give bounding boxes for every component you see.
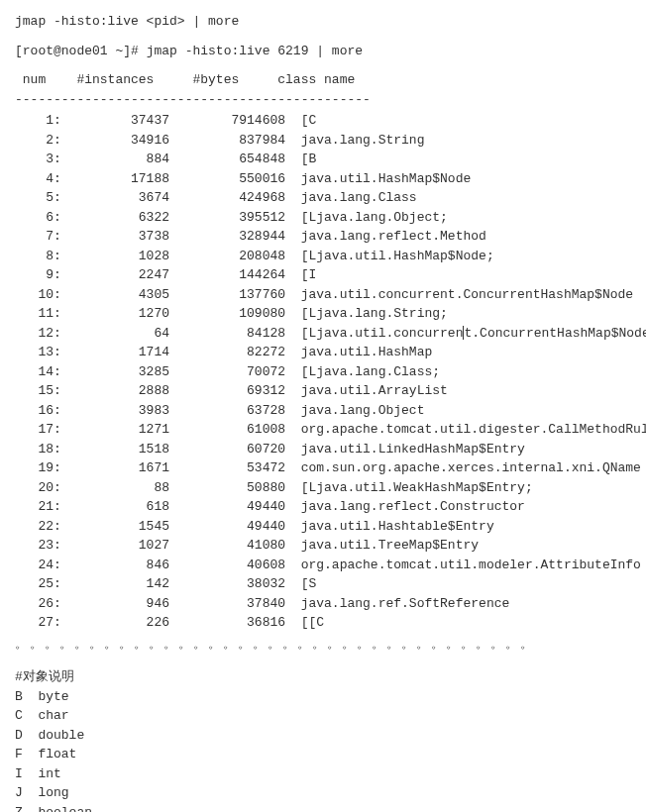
table-row: 15: 2888 69312 java.util.ArrayList [15, 381, 631, 401]
table-row: 21: 618 49440 java.lang.reflect.Construc… [15, 497, 631, 517]
table-row: 1: 37437 7914608 [C [15, 111, 631, 131]
table-row: 19: 1671 53472 com.sun.org.apache.xerces… [15, 458, 631, 478]
table-row: 9: 2247 144264 [I [15, 265, 631, 285]
table-row: 14: 3285 70072 [Ljava.lang.Class; [15, 362, 631, 382]
legend-item: Z boolean [15, 803, 631, 813]
legend-item: D double [15, 726, 631, 746]
table-row: 2: 34916 837984 java.lang.String [15, 131, 631, 151]
legend-item: F float [15, 745, 631, 764]
legend-item: B byte [15, 687, 631, 707]
table-row: 10: 4305 137760 java.util.concurrent.Con… [15, 285, 631, 305]
table-row: 3: 884 654848 [B [15, 150, 631, 169]
table-header: num #instances #bytes class name [15, 70, 631, 90]
table-row: 16: 3983 63728 java.lang.Object [15, 401, 631, 421]
legend-title: #对象说明 [15, 667, 631, 687]
table-row: 11: 1270 109080 [Ljava.lang.String; [15, 304, 631, 324]
command-template: jmap -histo:live <pid> | more [15, 12, 631, 32]
legend-section: #对象说明 B byteC charD doubleF floatI intJ … [15, 667, 631, 812]
table-row: 7: 3738 328944 java.lang.reflect.Method [15, 227, 631, 247]
table-row: 26: 946 37840 java.lang.ref.SoftReferenc… [15, 594, 631, 614]
table-row: 22: 1545 49440 java.util.Hashtable$Entry [15, 517, 631, 537]
table-row: 20: 88 50880 [Ljava.util.WeakHashMap$Ent… [15, 478, 631, 498]
table-row: 25: 142 38032 [S [15, 574, 631, 594]
shell-command: jmap -histo:live 6219 | more [147, 44, 363, 58]
text-cursor [463, 326, 464, 340]
shell-prompt: [root@node01 ~]# [15, 44, 147, 58]
table-row: 8: 1028 208048 [Ljava.util.HashMap$Node; [15, 247, 631, 266]
legend-item: J long [15, 783, 631, 803]
table-row: 12: 64 84128 [Ljava.util.concurrent.Conc… [15, 324, 631, 344]
table-row: 4: 17188 550016 java.util.HashMap$Node [15, 169, 631, 189]
table-row: 24: 846 40608 org.apache.tomcat.util.mod… [15, 556, 631, 575]
histogram-table: 1: 37437 7914608 [C 2: 34916 837984 java… [15, 111, 631, 633]
divider: ----------------------------------------… [15, 90, 631, 110]
legend-item: C char [15, 706, 631, 726]
legend-item: I int [15, 764, 631, 784]
ellipsis-line: 。。。。。。。。。。。。。。。。。。。。。。。。。。。。。。。。。。。 [15, 635, 631, 655]
table-row: 18: 1518 60720 java.util.LinkedHashMap$E… [15, 440, 631, 459]
shell-line: [root@node01 ~]# jmap -histo:live 6219 |… [15, 42, 631, 61]
table-row: 17: 1271 61008 org.apache.tomcat.util.di… [15, 420, 631, 440]
table-row: 5: 3674 424968 java.lang.Class [15, 188, 631, 208]
table-row: 6: 6322 395512 [Ljava.lang.Object; [15, 208, 631, 228]
table-row: 23: 1027 41080 java.util.TreeMap$Entry [15, 536, 631, 556]
table-row: 27: 226 36816 [[C [15, 613, 631, 633]
table-row: 13: 1714 82272 java.util.HashMap [15, 343, 631, 362]
